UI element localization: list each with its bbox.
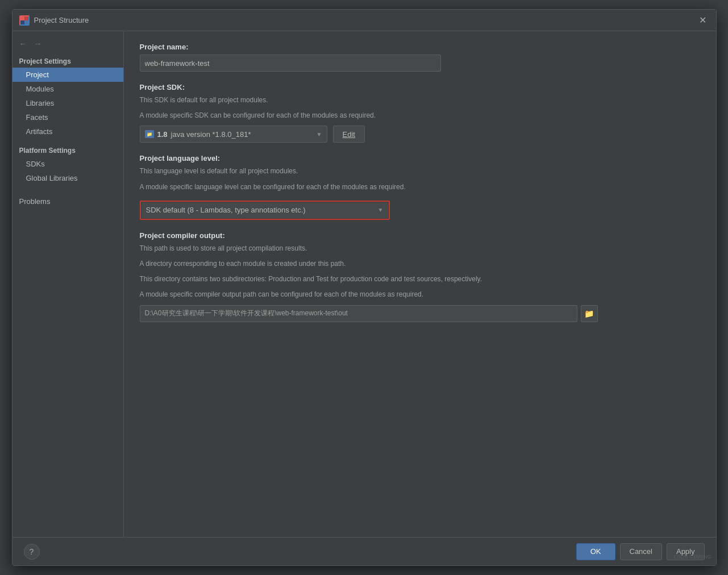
sidebar-item-problems[interactable]: Problems xyxy=(13,194,123,209)
sdk-full-text: java version *1.8.0_181* xyxy=(171,130,251,139)
compiler-output-label: Project compiler output: xyxy=(140,231,700,240)
lang-level-value: SDK default (8 - Lambdas, type annotatio… xyxy=(146,206,306,214)
compiler-desc2: A directory corresponding to each module… xyxy=(140,259,700,269)
help-button[interactable]: ? xyxy=(24,544,40,560)
lang-dropdown-arrow: ▼ xyxy=(378,207,384,213)
platform-settings-header: Platform Settings xyxy=(13,143,123,157)
cancel-button[interactable]: Cancel xyxy=(620,543,662,560)
dialog-footer: ? OK Cancel Apply xyxy=(13,537,716,565)
sidebar-divider-2 xyxy=(13,185,123,190)
sidebar-item-facets[interactable]: Facets xyxy=(13,110,123,124)
svg-rect-0 xyxy=(20,16,24,20)
app-icon xyxy=(19,15,30,26)
project-name-label: Project name: xyxy=(140,43,700,51)
project-lang-label: Project language level: xyxy=(140,154,700,163)
sidebar-item-artifacts[interactable]: Artifacts xyxy=(13,124,123,139)
watermark: CSDN ©鸡RING xyxy=(673,553,711,561)
svg-rect-1 xyxy=(24,20,28,24)
project-name-input[interactable] xyxy=(140,55,441,72)
sdk-select[interactable]: 📁 1.8 java version *1.8.0_181* ▼ xyxy=(140,126,327,143)
project-structure-dialog: Project Structure ✕ ← → Project Settings… xyxy=(12,9,717,566)
compiler-desc1: This path is used to store all project c… xyxy=(140,243,700,254)
browse-folder-button[interactable]: 📁 xyxy=(581,305,598,322)
java-folder-icon: 📁 xyxy=(145,130,154,138)
sidebar-item-project[interactable]: Project xyxy=(13,68,123,82)
help-label: ? xyxy=(30,547,34,556)
svg-rect-3 xyxy=(24,16,28,20)
edit-label: Edit xyxy=(343,130,355,139)
compiler-desc3: This directory contains two subdirectori… xyxy=(140,274,700,285)
lang-desc2: A module specific language level can be … xyxy=(140,182,700,193)
main-content: Project name: Project SDK: This SDK is d… xyxy=(124,31,716,537)
project-sdk-group: Project SDK: This SDK is default for all… xyxy=(140,83,700,143)
compiler-path-row: 📁 xyxy=(140,305,700,322)
compiler-desc4: A module specific compiler output path c… xyxy=(140,289,700,300)
ok-label: OK xyxy=(590,547,601,556)
project-settings-header: Project Settings xyxy=(13,54,123,68)
sidebar-item-modules[interactable]: Modules xyxy=(13,82,123,96)
dialog-title: Project Structure xyxy=(34,16,89,24)
sidebar-item-libraries[interactable]: Libraries xyxy=(13,96,123,110)
lang-level-container: SDK default (8 - Lambdas, type annotatio… xyxy=(140,201,390,220)
svg-rect-2 xyxy=(20,20,24,24)
sidebar: ← → Project Settings Project Modules Lib… xyxy=(13,31,124,537)
project-lang-group: Project language level: This language le… xyxy=(140,154,700,219)
sdk-desc1: This SDK is default for all project modu… xyxy=(140,95,700,106)
close-button[interactable]: ✕ xyxy=(697,14,709,27)
sidebar-divider xyxy=(13,139,123,143)
sdk-version: 1.8 xyxy=(157,130,168,139)
compiler-path-input[interactable] xyxy=(140,305,577,322)
sidebar-item-sdks[interactable]: SDKs xyxy=(13,157,123,171)
sidebar-item-global-libraries[interactable]: Global Libraries xyxy=(13,171,123,185)
folder-icon: 📁 xyxy=(584,309,594,318)
dialog-body: ← → Project Settings Project Modules Lib… xyxy=(13,31,716,537)
edit-sdk-button[interactable]: Edit xyxy=(333,126,365,143)
forward-button[interactable]: → xyxy=(32,38,44,49)
nav-arrows: ← → xyxy=(13,36,123,54)
lang-level-select[interactable]: SDK default (8 - Lambdas, type annotatio… xyxy=(142,202,388,218)
sdk-row: 📁 1.8 java version *1.8.0_181* ▼ Edit xyxy=(140,126,700,143)
sdk-desc2: A module specific SDK can be configured … xyxy=(140,110,700,121)
compiler-output-group: Project compiler output: This path is us… xyxy=(140,231,700,322)
ok-button[interactable]: OK xyxy=(576,543,615,560)
project-name-group: Project name: xyxy=(140,43,700,72)
sdk-dropdown-arrow: ▼ xyxy=(317,131,322,138)
project-sdk-label: Project SDK: xyxy=(140,83,700,91)
title-bar: Project Structure ✕ xyxy=(13,10,716,31)
cancel-label: Cancel xyxy=(630,547,652,556)
title-bar-left: Project Structure xyxy=(19,15,89,26)
lang-desc1: This language level is default for all p… xyxy=(140,166,700,177)
back-button[interactable]: ← xyxy=(17,38,30,49)
